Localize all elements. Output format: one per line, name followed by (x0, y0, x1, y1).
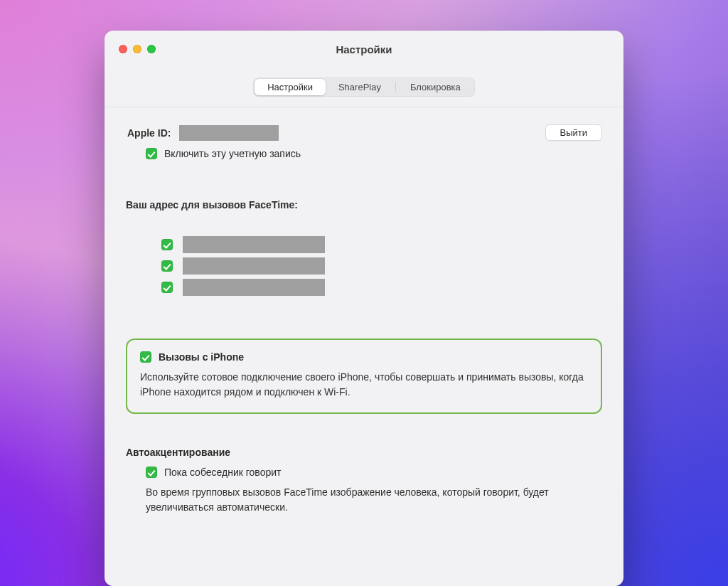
window-title: Настройки (336, 43, 392, 55)
tab-shareplay[interactable]: SharePlay (326, 79, 394, 95)
facetime-address-checkbox[interactable] (161, 260, 173, 272)
tab-strip: Настройки SharePlay Блокировка (253, 78, 475, 97)
minimize-icon[interactable] (133, 45, 141, 53)
facetime-address-redacted (183, 257, 325, 275)
toolbar: Настройки SharePlay Блокировка (105, 68, 623, 107)
titlebar: Настройки (105, 31, 623, 68)
apple-id-value-redacted (179, 125, 279, 141)
signout-button[interactable]: Выйти (545, 124, 603, 141)
preferences-window: Настройки Настройки SharePlay Блокировка… (105, 31, 623, 586)
apple-id-row: Apple ID: Выйти (127, 124, 602, 141)
auto-prominence-checkbox-label: Пока собеседник говорит (164, 467, 281, 478)
facetime-address-item (161, 236, 602, 253)
auto-prominence-checkbox[interactable] (146, 467, 157, 478)
apple-id-label: Apple ID: (127, 127, 171, 139)
auto-prominence-description: Во время групповых вызовов FaceTime изоб… (146, 485, 602, 515)
window-controls (119, 45, 156, 53)
facetime-address-list (161, 236, 602, 296)
tab-separator (395, 82, 396, 92)
iphone-calls-title: Вызовы с iPhone (159, 351, 244, 363)
iphone-calls-description: Используйте сотовое подключение своего i… (140, 370, 588, 400)
iphone-calls-checkbox[interactable] (140, 351, 151, 363)
facetime-address-item (161, 279, 602, 296)
zoom-icon[interactable] (147, 45, 156, 53)
facetime-address-checkbox[interactable] (161, 282, 173, 293)
iphone-calls-highlight: Вызовы с iPhone Используйте сотовое подк… (126, 339, 602, 414)
enable-account-label: Включить эту учетную запись (164, 148, 301, 159)
facetime-address-checkbox[interactable] (161, 239, 173, 250)
auto-prominence-heading: Автоакцентирование (126, 447, 602, 458)
close-icon[interactable] (119, 45, 127, 53)
content-pane: Apple ID: Выйти Включить эту учетную зап… (105, 107, 623, 515)
facetime-address-redacted (183, 279, 325, 296)
facetime-address-item (161, 257, 602, 275)
tab-settings[interactable]: Настройки (255, 79, 326, 95)
enable-account-checkbox[interactable] (146, 148, 157, 159)
facetime-addresses-heading: Ваш адрес для вызовов FaceTime: (126, 199, 602, 211)
enable-account-row: Включить эту учетную запись (146, 148, 602, 159)
tab-blocking[interactable]: Блокировка (397, 79, 473, 95)
auto-prominence-section: Автоакцентирование Пока собеседник говор… (126, 447, 602, 515)
facetime-address-redacted (183, 236, 325, 253)
